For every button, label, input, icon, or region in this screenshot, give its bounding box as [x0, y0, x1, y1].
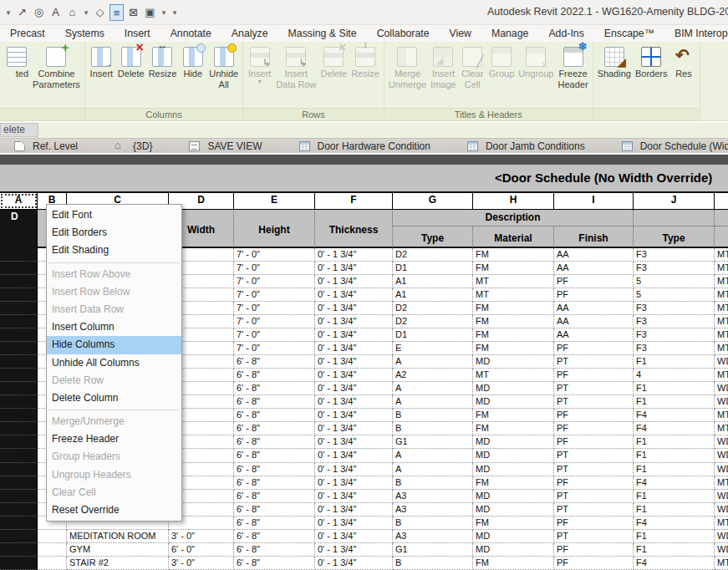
- column-letter-h[interactable]: H: [473, 193, 554, 209]
- cell-e[interactable]: 7' - 0": [234, 248, 315, 262]
- tag-icon[interactable]: ◎: [32, 4, 46, 21]
- cell-j[interactable]: F1: [634, 355, 715, 369]
- cell-g[interactable]: E: [393, 342, 473, 355]
- cell-e[interactable]: 6' - 8": [234, 355, 315, 369]
- cell-i[interactable]: PF: [554, 288, 634, 302]
- cell-g[interactable]: D2: [393, 302, 473, 315]
- cell-i[interactable]: PF: [554, 543, 634, 557]
- cell-j[interactable]: 5: [634, 275, 715, 288]
- column-letter-extra[interactable]: [715, 193, 728, 209]
- cell-k[interactable]: WD: [715, 395, 728, 409]
- cell-h[interactable]: FM: [473, 476, 554, 490]
- cell-i[interactable]: AA: [554, 328, 634, 342]
- cell-a[interactable]: [0, 302, 38, 315]
- cell-a[interactable]: [0, 382, 38, 395]
- section-icon[interactable]: ◇: [93, 4, 107, 21]
- cell-h[interactable]: MD: [473, 490, 554, 503]
- cell-d[interactable]: 3' - 0": [169, 530, 234, 543]
- cell-j[interactable]: F1: [634, 543, 715, 557]
- cell-e[interactable]: 6' - 8": [234, 557, 315, 570]
- cell-e[interactable]: 7' - 0": [234, 342, 315, 355]
- cell-h[interactable]: MD: [473, 382, 554, 395]
- dropdown-icon[interactable]: ▾: [82, 4, 90, 21]
- cell-g[interactable]: G1: [393, 435, 473, 449]
- cell-k[interactable]: WD: [715, 490, 728, 503]
- cell-k[interactable]: MT: [715, 369, 728, 382]
- cell-j[interactable]: F1: [634, 435, 715, 449]
- cell-a[interactable]: [0, 328, 38, 342]
- cell-j[interactable]: F3: [634, 342, 715, 355]
- cell-k[interactable]: MT: [715, 517, 728, 530]
- schedule-icon[interactable]: ≡: [109, 4, 124, 21]
- cell-a[interactable]: [0, 395, 38, 409]
- cell-e[interactable]: 6' - 8": [234, 476, 315, 490]
- cell-f[interactable]: 0' - 1 3/4": [315, 409, 393, 422]
- cell-e[interactable]: 6' - 8": [234, 369, 315, 382]
- cell-f[interactable]: 0' - 1 3/4": [315, 342, 393, 355]
- cell-e[interactable]: 6' - 8": [234, 543, 315, 557]
- cell-k[interactable]: MT: [715, 288, 728, 302]
- column-letter-e[interactable]: E: [234, 193, 315, 209]
- cell-g[interactable]: A: [393, 355, 473, 369]
- cell-k[interactable]: MT: [715, 422, 728, 435]
- cell-i[interactable]: PF: [554, 409, 634, 422]
- delete-chip[interactable]: elete: [0, 123, 38, 137]
- cell-h[interactable]: FM: [473, 517, 554, 530]
- cell-a[interactable]: [0, 288, 38, 302]
- cell-a[interactable]: [0, 490, 38, 503]
- ted-button[interactable]: ted: [3, 43, 30, 80]
- cell-k[interactable]: MT: [715, 302, 728, 315]
- cell-h[interactable]: MD: [473, 395, 554, 409]
- cell-k[interactable]: MT: [715, 248, 728, 262]
- combine-parameters-button[interactable]: CombineParameters: [31, 43, 82, 91]
- cell-j[interactable]: F3: [634, 262, 715, 275]
- cell-j[interactable]: F3: [634, 248, 715, 262]
- cell-j[interactable]: F4: [634, 422, 715, 435]
- cell-g[interactable]: A3: [393, 503, 473, 517]
- cell-a[interactable]: [0, 422, 38, 435]
- cell-i[interactable]: PF: [554, 435, 634, 449]
- cell-a[interactable]: [0, 543, 38, 557]
- cell-a[interactable]: [0, 355, 38, 369]
- cell-f[interactable]: 0' - 1 3/4": [315, 543, 393, 557]
- cell-e[interactable]: 7' - 0": [234, 315, 315, 328]
- cell-e[interactable]: 6' - 8": [234, 382, 315, 395]
- cell-f[interactable]: 0' - 1 3/4": [315, 248, 393, 262]
- cell-h[interactable]: FM: [473, 315, 554, 328]
- cell-f[interactable]: 0' - 1 3/4": [315, 302, 393, 315]
- cell-j[interactable]: F1: [634, 463, 715, 476]
- cell-i[interactable]: PT: [554, 449, 634, 462]
- cell-g[interactable]: B: [393, 476, 473, 490]
- column-letter-a[interactable]: A: [0, 193, 38, 209]
- cell-g[interactable]: A2: [393, 369, 473, 382]
- cell-i[interactable]: PT: [554, 490, 634, 503]
- customize-toolbar-icon[interactable]: ▾: [171, 4, 179, 21]
- cell-k[interactable]: WD: [715, 463, 728, 476]
- menu-item-delete-column[interactable]: Delete Column: [47, 389, 181, 407]
- cell-e[interactable]: 7' - 0": [234, 262, 315, 275]
- view-tab-save-view[interactable]: SAVE VIEW: [175, 139, 284, 153]
- cell-i[interactable]: AA: [554, 262, 634, 275]
- cell-g[interactable]: A1: [393, 288, 473, 302]
- cell-h[interactable]: MD: [473, 355, 554, 369]
- cell-d[interactable]: 6' - 0": [169, 543, 234, 557]
- cell-e[interactable]: 6' - 8": [234, 463, 315, 476]
- cell-a[interactable]: [0, 435, 38, 449]
- cell-b[interactable]: [38, 543, 67, 557]
- cell-f[interactable]: 0' - 1 3/4": [315, 435, 393, 449]
- cell-e[interactable]: 6' - 8": [234, 449, 315, 462]
- ribbon-tab-annotate[interactable]: Annotate: [160, 28, 221, 42]
- cell-g[interactable]: A: [393, 382, 473, 395]
- cell-e[interactable]: 6' - 8": [234, 517, 315, 530]
- hide-button[interactable]: Hide: [179, 43, 206, 80]
- cell-k[interactable]: MT: [715, 476, 728, 490]
- cell-h[interactable]: MT: [473, 275, 554, 288]
- cell-b[interactable]: [38, 557, 67, 570]
- cell-g[interactable]: B: [393, 422, 473, 435]
- cell-f[interactable]: 0' - 1 3/4": [315, 355, 393, 369]
- cell-g[interactable]: D1: [393, 262, 473, 275]
- column-letter-j[interactable]: J: [634, 193, 715, 209]
- cell-e[interactable]: 6' - 8": [234, 490, 315, 503]
- cell-k[interactable]: WD: [715, 382, 728, 395]
- cell-a[interactable]: [0, 262, 38, 275]
